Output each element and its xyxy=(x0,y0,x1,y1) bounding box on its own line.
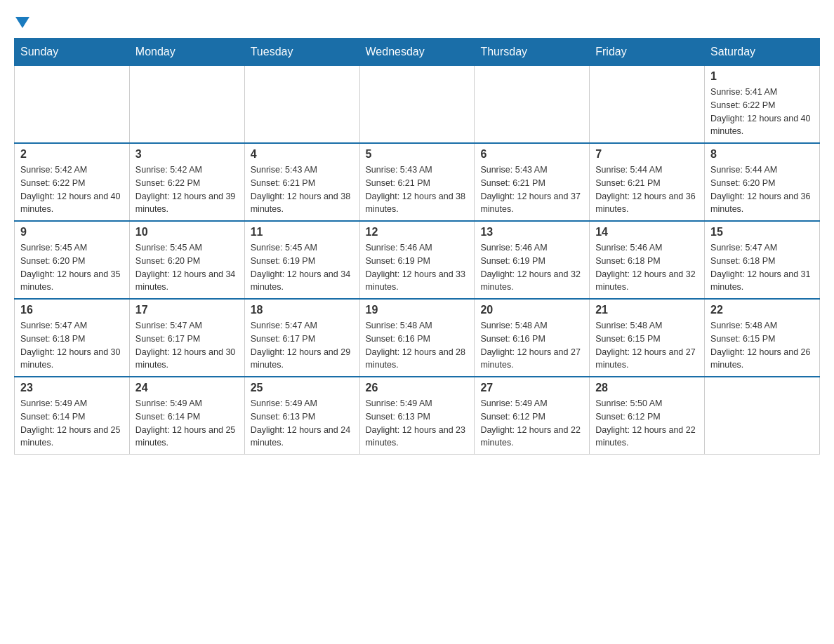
day-info: Sunrise: 5:50 AMSunset: 6:12 PMDaylight:… xyxy=(595,397,699,450)
logo-arrow-icon xyxy=(15,17,29,28)
day-number: 1 xyxy=(710,70,814,83)
day-info: Sunrise: 5:48 AMSunset: 6:16 PMDaylight:… xyxy=(366,319,469,372)
calendar-cell: 10Sunrise: 5:45 AMSunset: 6:20 PMDayligh… xyxy=(129,221,244,299)
day-info: Sunrise: 5:42 AMSunset: 6:22 PMDaylight:… xyxy=(135,163,239,216)
calendar-cell: 17Sunrise: 5:47 AMSunset: 6:17 PMDayligh… xyxy=(129,299,244,377)
calendar-cell xyxy=(15,66,130,144)
logo xyxy=(14,14,29,31)
page-header xyxy=(14,14,820,31)
day-info: Sunrise: 5:49 AMSunset: 6:14 PMDaylight:… xyxy=(20,397,124,450)
calendar-cell: 9Sunrise: 5:45 AMSunset: 6:20 PMDaylight… xyxy=(15,221,130,299)
day-number: 16 xyxy=(20,304,124,316)
weekday-header-monday: Monday xyxy=(129,39,244,66)
day-number: 8 xyxy=(710,148,814,161)
weekday-header-friday: Friday xyxy=(590,39,705,66)
day-info: Sunrise: 5:47 AMSunset: 6:17 PMDaylight:… xyxy=(135,319,239,372)
calendar-cell xyxy=(475,66,590,144)
day-number: 4 xyxy=(251,148,354,161)
calendar-cell: 15Sunrise: 5:47 AMSunset: 6:18 PMDayligh… xyxy=(705,221,820,299)
day-number: 14 xyxy=(595,226,699,239)
calendar-cell xyxy=(705,377,820,455)
calendar-cell: 28Sunrise: 5:50 AMSunset: 6:12 PMDayligh… xyxy=(590,377,705,455)
weekday-header-thursday: Thursday xyxy=(475,39,590,66)
calendar-cell: 13Sunrise: 5:46 AMSunset: 6:19 PMDayligh… xyxy=(475,221,590,299)
day-info: Sunrise: 5:48 AMSunset: 6:16 PMDaylight:… xyxy=(480,319,583,372)
calendar-week-row: 9Sunrise: 5:45 AMSunset: 6:20 PMDaylight… xyxy=(15,221,820,299)
calendar-cell: 14Sunrise: 5:46 AMSunset: 6:18 PMDayligh… xyxy=(590,221,705,299)
calendar-header-row: SundayMondayTuesdayWednesdayThursdayFrid… xyxy=(15,39,820,66)
calendar-cell: 4Sunrise: 5:43 AMSunset: 6:21 PMDaylight… xyxy=(244,143,359,221)
day-info: Sunrise: 5:49 AMSunset: 6:13 PMDaylight:… xyxy=(366,397,469,450)
day-number: 5 xyxy=(366,148,469,161)
day-info: Sunrise: 5:42 AMSunset: 6:22 PMDaylight:… xyxy=(20,163,124,216)
day-number: 18 xyxy=(251,304,354,316)
calendar-cell xyxy=(129,66,244,144)
day-info: Sunrise: 5:49 AMSunset: 6:14 PMDaylight:… xyxy=(135,397,239,450)
calendar-cell: 5Sunrise: 5:43 AMSunset: 6:21 PMDaylight… xyxy=(359,143,475,221)
calendar-cell: 2Sunrise: 5:42 AMSunset: 6:22 PMDaylight… xyxy=(15,143,130,221)
calendar-cell: 18Sunrise: 5:47 AMSunset: 6:17 PMDayligh… xyxy=(244,299,359,377)
calendar-cell: 7Sunrise: 5:44 AMSunset: 6:21 PMDaylight… xyxy=(590,143,705,221)
calendar-cell xyxy=(590,66,705,144)
day-info: Sunrise: 5:43 AMSunset: 6:21 PMDaylight:… xyxy=(251,163,354,216)
day-number: 21 xyxy=(595,304,699,316)
day-number: 7 xyxy=(595,148,699,161)
day-info: Sunrise: 5:44 AMSunset: 6:21 PMDaylight:… xyxy=(595,163,699,216)
calendar-cell: 21Sunrise: 5:48 AMSunset: 6:15 PMDayligh… xyxy=(590,299,705,377)
calendar-cell: 27Sunrise: 5:49 AMSunset: 6:12 PMDayligh… xyxy=(475,377,590,455)
day-info: Sunrise: 5:46 AMSunset: 6:19 PMDaylight:… xyxy=(366,241,469,294)
calendar-cell: 25Sunrise: 5:49 AMSunset: 6:13 PMDayligh… xyxy=(244,377,359,455)
weekday-header-wednesday: Wednesday xyxy=(359,39,475,66)
day-number: 19 xyxy=(366,304,469,316)
calendar-week-row: 23Sunrise: 5:49 AMSunset: 6:14 PMDayligh… xyxy=(15,377,820,455)
day-info: Sunrise: 5:49 AMSunset: 6:13 PMDaylight:… xyxy=(251,397,354,450)
day-info: Sunrise: 5:48 AMSunset: 6:15 PMDaylight:… xyxy=(710,319,814,372)
calendar-cell: 23Sunrise: 5:49 AMSunset: 6:14 PMDayligh… xyxy=(15,377,130,455)
weekday-header-saturday: Saturday xyxy=(705,39,820,66)
calendar-cell xyxy=(359,66,475,144)
day-info: Sunrise: 5:46 AMSunset: 6:18 PMDaylight:… xyxy=(595,241,699,294)
day-number: 27 xyxy=(480,382,583,394)
day-number: 24 xyxy=(135,382,239,394)
day-number: 11 xyxy=(251,226,354,239)
day-number: 13 xyxy=(480,226,583,239)
calendar-cell: 26Sunrise: 5:49 AMSunset: 6:13 PMDayligh… xyxy=(359,377,475,455)
calendar-cell: 3Sunrise: 5:42 AMSunset: 6:22 PMDaylight… xyxy=(129,143,244,221)
day-info: Sunrise: 5:44 AMSunset: 6:20 PMDaylight:… xyxy=(710,163,814,216)
day-info: Sunrise: 5:43 AMSunset: 6:21 PMDaylight:… xyxy=(366,163,469,216)
day-info: Sunrise: 5:46 AMSunset: 6:19 PMDaylight:… xyxy=(480,241,583,294)
day-number: 6 xyxy=(480,148,583,161)
calendar-week-row: 16Sunrise: 5:47 AMSunset: 6:18 PMDayligh… xyxy=(15,299,820,377)
day-info: Sunrise: 5:45 AMSunset: 6:20 PMDaylight:… xyxy=(20,241,124,294)
calendar-cell: 8Sunrise: 5:44 AMSunset: 6:20 PMDaylight… xyxy=(705,143,820,221)
calendar-cell: 1Sunrise: 5:41 AMSunset: 6:22 PMDaylight… xyxy=(705,66,820,144)
day-number: 23 xyxy=(20,382,124,394)
weekday-header-tuesday: Tuesday xyxy=(244,39,359,66)
calendar-cell: 6Sunrise: 5:43 AMSunset: 6:21 PMDaylight… xyxy=(475,143,590,221)
day-info: Sunrise: 5:45 AMSunset: 6:19 PMDaylight:… xyxy=(251,241,354,294)
day-number: 9 xyxy=(20,226,124,239)
day-number: 26 xyxy=(366,382,469,394)
day-info: Sunrise: 5:45 AMSunset: 6:20 PMDaylight:… xyxy=(135,241,239,294)
day-number: 3 xyxy=(135,148,239,161)
calendar-cell xyxy=(244,66,359,144)
day-info: Sunrise: 5:48 AMSunset: 6:15 PMDaylight:… xyxy=(595,319,699,372)
day-number: 28 xyxy=(595,382,699,394)
day-number: 25 xyxy=(251,382,354,394)
day-number: 2 xyxy=(20,148,124,161)
calendar-cell: 16Sunrise: 5:47 AMSunset: 6:18 PMDayligh… xyxy=(15,299,130,377)
calendar-cell: 22Sunrise: 5:48 AMSunset: 6:15 PMDayligh… xyxy=(705,299,820,377)
day-info: Sunrise: 5:41 AMSunset: 6:22 PMDaylight:… xyxy=(710,86,814,138)
day-number: 12 xyxy=(366,226,469,239)
calendar-week-row: 1Sunrise: 5:41 AMSunset: 6:22 PMDaylight… xyxy=(15,66,820,144)
calendar-cell: 12Sunrise: 5:46 AMSunset: 6:19 PMDayligh… xyxy=(359,221,475,299)
day-info: Sunrise: 5:47 AMSunset: 6:17 PMDaylight:… xyxy=(251,319,354,372)
day-info: Sunrise: 5:43 AMSunset: 6:21 PMDaylight:… xyxy=(480,163,583,216)
day-number: 15 xyxy=(710,226,814,239)
calendar-cell: 11Sunrise: 5:45 AMSunset: 6:19 PMDayligh… xyxy=(244,221,359,299)
day-info: Sunrise: 5:47 AMSunset: 6:18 PMDaylight:… xyxy=(710,241,814,294)
day-info: Sunrise: 5:49 AMSunset: 6:12 PMDaylight:… xyxy=(480,397,583,450)
day-number: 22 xyxy=(710,304,814,316)
calendar-cell: 19Sunrise: 5:48 AMSunset: 6:16 PMDayligh… xyxy=(359,299,475,377)
day-info: Sunrise: 5:47 AMSunset: 6:18 PMDaylight:… xyxy=(20,319,124,372)
